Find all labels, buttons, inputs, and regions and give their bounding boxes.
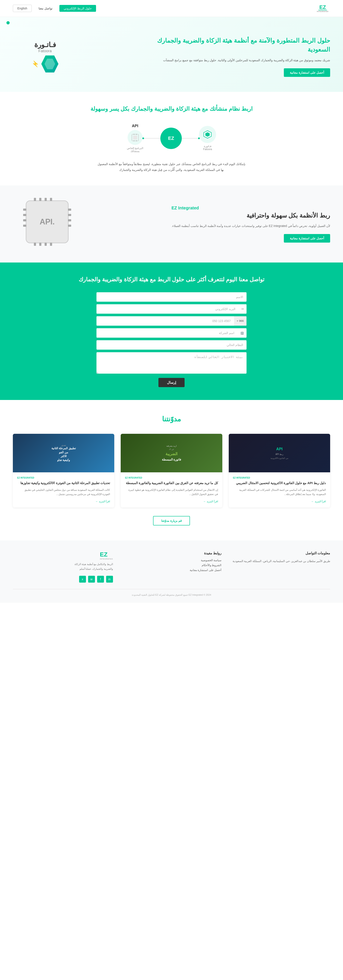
footer-link-consult[interactable]: أحصل على استشارة مجانية	[121, 568, 222, 572]
chip-pin-bottom4	[50, 243, 52, 246]
chip-pin-right3	[68, 219, 71, 221]
navbar: EZ INTEGRATED حلول الربط الإلكتروني تواص…	[0, 0, 343, 17]
chip-pin-bottom1	[34, 243, 36, 246]
blog-grid: API ربط API من الفاتورة الاكترونية EZ IN…	[13, 434, 330, 508]
social-whatsapp[interactable]: w	[88, 576, 95, 582]
fatoora-card: فـاتـورة Fatoora ⚡	[32, 41, 59, 73]
visit-blog-button[interactable]: قم بزيارة مدوّنتنا	[153, 516, 190, 525]
chip-pin-bottom2	[39, 243, 41, 246]
bridge-description: بإمكانك اليوم البدء في ربط البرنامج الخا…	[96, 161, 247, 173]
logo-integrated-text: INTEGRATED	[317, 11, 329, 12]
logo-box: EZ INTEGRATED	[315, 3, 330, 14]
blog-card-3-link[interactable]: اقرأ المزيد ←	[96, 500, 110, 503]
social-twitter[interactable]: x	[79, 576, 86, 582]
circle-decoration	[6, 21, 10, 24]
system-input[interactable]	[96, 340, 247, 350]
email-input[interactable]	[96, 304, 239, 314]
chip-pin-left1	[23, 208, 26, 211]
fatoora-icons: ⚡	[32, 56, 59, 73]
chip-pin-top1	[34, 198, 36, 201]
hero-cta-button[interactable]: أحصل على استشارة مجانية	[284, 68, 330, 77]
footer-links: روابط مفيدة سياسة الخصوصية الشروط والأحك…	[121, 551, 222, 582]
svg-rect-3	[133, 135, 137, 140]
chip-pin-left4	[23, 224, 26, 227]
navbar-links: حلول الربط الإلكتروني تواصل معنا English	[13, 5, 96, 12]
blog-card-1-desc: الفاتورة الإلكترونية هي أحد أساسي من اجم…	[233, 488, 326, 496]
bridge-diagram: فـاتورة Fatoora EZ API	[13, 124, 330, 153]
ez-visual: API.	[13, 200, 77, 248]
contact-link-btn[interactable]: تواصل معنا	[34, 5, 57, 12]
blog-card-1-img-label: API	[276, 447, 282, 451]
footer-bottom: 2024 © EZ Integrated جميع الحقوق محفوظة …	[13, 589, 330, 596]
footer-link-terms[interactable]: الشروط والأحكام	[121, 563, 222, 567]
ez-node-label: EZ	[168, 135, 174, 141]
footer-link-privacy[interactable]: سياسة الخصوصية	[121, 558, 222, 562]
blog-card-3-title: تحديات تطبيق المرحلة الثانية من الفوترة …	[17, 481, 110, 485]
arrow-icon: ⚡	[32, 60, 39, 67]
chip-pin-top3	[45, 198, 47, 201]
email-field-wrap: ✉	[96, 304, 247, 314]
phone-input[interactable]	[96, 316, 234, 326]
chip-pin-left2	[23, 214, 26, 216]
blog-card-1-img-sub: ربط API	[276, 453, 283, 455]
blog-card-3-img-label: تحدي تطبيق المرحلة الثانيةمن الفوالاكترو…	[49, 442, 78, 464]
ez-content: EZ Integrated ربط الأنظمة بكل سهولة واحت…	[171, 205, 330, 243]
ez-node-icon: EZ	[160, 127, 182, 149]
blog-card-2-logo: EZ INTEGRATED	[125, 477, 218, 479]
footer-tagline: الربط والتكامل مع أنظمة هيئة الزكاة والض…	[66, 562, 113, 571]
blog-card-1-logo: EZ INTEGRATED	[233, 477, 326, 479]
blog-card-1: API ربط API من الفاتورة الاكترونية EZ IN…	[229, 434, 330, 508]
footer-logo-area: EZ INTEGRATED الربط والتكامل مع أنظمة هي…	[13, 551, 113, 582]
blog-title: مدوّنتنا	[13, 415, 330, 423]
hex-inner	[45, 59, 55, 69]
api-node-icon	[128, 130, 142, 145]
blog-card-2-img-label: اريد معرفته عن الـ الضريبة فاتورة المبسط…	[160, 442, 183, 464]
company-input[interactable]	[96, 328, 238, 338]
blog-card-1-title: دليل ربط API مع حلول الفاتورة الاكترونية…	[233, 481, 326, 485]
ez-cta-button[interactable]: أحصل على استشارة مجانية	[284, 234, 330, 243]
social-linkedin[interactable]: in	[106, 576, 113, 582]
chip-pin-top2	[39, 198, 41, 201]
blog-card-2: اريد معرفته عن الـ الضريبة فاتورة المبسط…	[121, 434, 222, 508]
blog-card-2-link[interactable]: اقرأ المزيد ←	[203, 500, 218, 503]
footer-grid: معلومات التواصل طريق الأمير سلطان بن عبد…	[13, 551, 330, 582]
contact-form: ✉ 966 + 🏢 إرسال	[96, 292, 247, 387]
blog-card-1-img-sub2: من الفاتورة الاكترونية	[271, 457, 288, 459]
footer: معلومات التواصل طريق الأمير سلطان بن عبد…	[0, 541, 343, 603]
bridge-node-ez: EZ	[160, 127, 182, 149]
bridge-node-api: API البرنامج الخاص بمنشأتك	[127, 124, 143, 153]
chip-pin-bottom3	[45, 243, 47, 246]
blog-card-1-link[interactable]: اقرأ المزيد ←	[311, 500, 326, 503]
logo-line	[318, 10, 327, 10]
api-chip-container: API.	[21, 200, 69, 248]
chip-pin-top4	[50, 198, 52, 201]
blog-card-1-body: EZ INTEGRATED دليل ربط API مع حلول الفات…	[229, 473, 330, 508]
fatoora-en: Fatoora	[38, 49, 52, 53]
ez-section: EZ Integrated ربط الأنظمة بكل سهولة واحت…	[0, 185, 343, 262]
footer-links-title: روابط مفيدة	[121, 551, 222, 555]
blog-card-3: تحدي تطبيق المرحلة الثانيةمن الفوالاكترو…	[13, 434, 114, 508]
api-link-btn[interactable]: حلول الربط الإلكتروني	[59, 5, 96, 12]
submit-button[interactable]: إرسال	[158, 378, 185, 387]
english-btn[interactable]: English	[13, 5, 32, 12]
contact-title: تواصل معنا اليوم لتتعرف أكثر على حلول ال…	[13, 275, 330, 284]
phone-prefix: 966 +	[234, 316, 247, 326]
blog-card-2-body: EZ INTEGRATED كل ما تريد معرفته عن الفرق…	[121, 473, 222, 508]
bridge-section: اربط نظام منشأتك مع هيئة الزكاة والضريبة…	[0, 92, 343, 185]
blog-card-2-title: كل ما تريد معرفته عن الفرق بين الفاتورة …	[125, 481, 218, 485]
hero-visual: فـاتـورة Fatoora ⚡	[13, 41, 77, 73]
message-textarea[interactable]	[96, 352, 247, 374]
contact-section: تواصل معنا اليوم لتتعرف أكثر على حلول ال…	[0, 262, 343, 400]
blog-card-3-desc: كالت المملكة العربية السعودية سباقة من د…	[17, 488, 110, 496]
name-input[interactable]	[96, 292, 247, 302]
footer-copyright: 2024 © EZ Integrated جميع الحقوق محفوظة …	[132, 593, 211, 596]
footer-logo: EZ INTEGRATED	[100, 551, 113, 560]
social-facebook[interactable]: f	[97, 576, 104, 582]
hero-section: حلول الربط المتطورة والآمنة مع أنظمة هيئ…	[0, 17, 343, 92]
fatoora-node-label: فـاتورة Fatoora	[203, 145, 212, 151]
bridge-line-2	[143, 138, 160, 138]
company-icon: 🏢	[238, 328, 247, 338]
fatoora-arabic: فـاتـورة	[34, 41, 56, 49]
chip-pin-right1	[68, 208, 71, 211]
footer-contact-address: طريق الأمير سلطان بن عبدالعزيز، حي السلي…	[230, 558, 330, 563]
